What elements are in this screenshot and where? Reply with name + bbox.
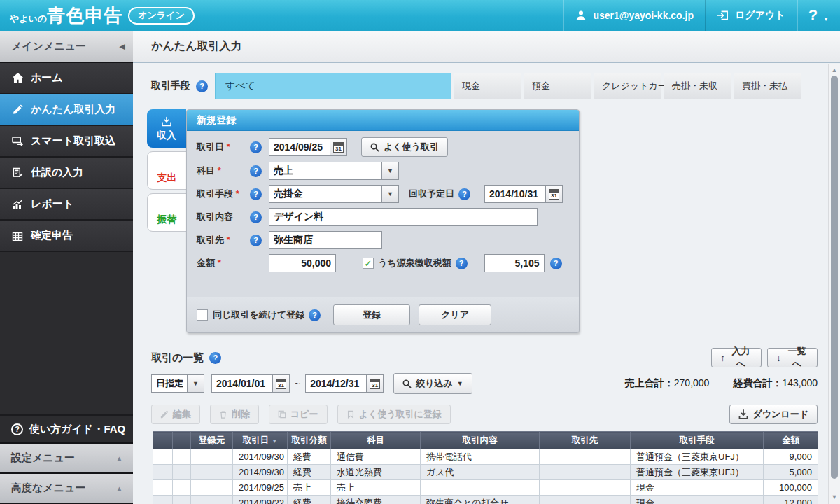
to-list-button[interactable]: ↓一覧へ <box>767 348 818 368</box>
sidebar-item-home[interactable]: ホーム <box>0 63 133 94</box>
logo-prefix: やよいの <box>10 13 47 25</box>
logout-button[interactable]: ログアウト <box>705 0 797 31</box>
delete-button[interactable]: 削除 <box>210 405 259 424</box>
calendar-icon[interactable]: 31 <box>330 138 347 156</box>
home-icon <box>11 72 24 85</box>
calendar-icon[interactable]: 31 <box>367 374 384 393</box>
entry-type-tabs: 収入 支出 振替 <box>147 109 186 333</box>
dropdown-arrow-icon[interactable]: ▼ <box>382 162 399 180</box>
page-title-bar: かんたん取引入力 <box>133 31 840 63</box>
description-input[interactable] <box>269 208 538 226</box>
pencil-icon <box>160 410 169 419</box>
account-select[interactable] <box>269 162 382 180</box>
account-row: 科目 * ? ▼ <box>197 162 569 180</box>
download-button[interactable]: ダウンロード <box>729 405 818 424</box>
method-tab-deposit[interactable]: 預金 <box>524 73 592 99</box>
col-class[interactable]: 取引分類 <box>288 432 331 449</box>
report-icon <box>11 198 24 211</box>
tab-expense[interactable]: 支出 <box>147 151 186 190</box>
table-row[interactable]: 2014/09/25売上 売上 現金 100,000 <box>153 480 818 496</box>
col-description[interactable]: 取引内容 <box>421 432 540 449</box>
sidebar-item-guide-faq[interactable]: ? 使い方ガイド・FAQ <box>0 416 133 444</box>
help-circle-icon[interactable]: ? <box>250 141 262 153</box>
sidebar-item-report[interactable]: レポート <box>0 189 133 220</box>
help-circle-icon[interactable]: ? <box>550 258 562 270</box>
method-tab-payable[interactable]: 買掛・未払 <box>734 73 802 99</box>
tab-transfer[interactable]: 振替 <box>147 193 186 232</box>
copy-button[interactable]: コピー <box>269 405 328 424</box>
vertical-scrollbar[interactable]: ▲ ▼ <box>828 64 840 504</box>
period-type-select[interactable] <box>151 374 188 393</box>
table-row[interactable]: 2014/09/22経費 接待交際費弥生商会との打合せ 現金 12,000 <box>153 496 818 504</box>
download-icon <box>738 410 748 419</box>
sidebar-item-easy-entry[interactable]: かんたん取引入力 <box>0 94 133 126</box>
withholding-checkbox[interactable] <box>363 258 374 269</box>
help-circle-icon[interactable]: ? <box>458 188 470 200</box>
calendar-icon[interactable]: 31 <box>546 185 563 203</box>
copy-icon <box>278 410 286 419</box>
col-amount[interactable]: 金額 <box>764 432 818 449</box>
import-icon <box>11 135 24 148</box>
expense-total: 経費合計：143,000 <box>733 377 818 390</box>
register-frequent-button[interactable]: よく使う取引に登録 <box>337 405 451 424</box>
help-circle-icon[interactable]: ? <box>250 165 262 177</box>
method-tab-receivable[interactable]: 売掛・未収 <box>664 73 732 99</box>
method-select[interactable] <box>269 185 382 203</box>
method-tab-credit-card[interactable]: クレジットカード <box>594 73 662 99</box>
sidebar-advanced-menu[interactable]: 高度なメニュー ▲ <box>0 474 133 504</box>
help-circle-icon[interactable]: ? <box>250 188 262 200</box>
dropdown-arrow-icon[interactable]: ▼ <box>382 185 399 203</box>
sidebar-item-journal-entry[interactable]: 仕訳の入力 <box>0 158 133 189</box>
scroll-down-icon[interactable]: ▼ <box>829 493 840 500</box>
help-circle-icon[interactable]: ? <box>456 258 468 270</box>
col-spacer <box>173 432 191 449</box>
scrollbar-thumb[interactable] <box>831 76 838 479</box>
page-title: かんたん取引入力 <box>151 39 242 54</box>
help-circle-icon[interactable]: ? <box>196 80 208 92</box>
col-date[interactable]: 取引日▼ <box>233 432 288 449</box>
submit-button[interactable]: 登録 <box>333 304 410 326</box>
sidebar-collapse-button[interactable]: ◀ <box>111 31 133 62</box>
user-icon <box>575 9 587 22</box>
filter-button[interactable]: 絞り込み ▼ <box>393 373 472 394</box>
scroll-up-icon[interactable]: ▲ <box>829 66 840 74</box>
col-subject[interactable]: 科目 <box>331 432 421 449</box>
sidebar-settings-menu[interactable]: 設定メニュー ▲ <box>0 444 133 474</box>
continue-label: 同じ取引を続けて登録 <box>213 309 304 321</box>
withholding-input[interactable] <box>484 254 545 272</box>
dropdown-arrow-icon[interactable]: ▼ <box>188 374 204 393</box>
pencil-icon <box>11 104 24 116</box>
tab-income[interactable]: 収入 <box>147 109 186 148</box>
col-source[interactable]: 登録元 <box>191 432 233 449</box>
frequent-transactions-button[interactable]: よく使う取引 <box>361 137 448 157</box>
sidebar-item-smart-import[interactable]: スマート取引取込 <box>0 126 133 158</box>
clear-button[interactable]: クリア <box>419 304 491 326</box>
help-circle-icon[interactable]: ? <box>309 309 321 321</box>
trade-date-input[interactable] <box>269 138 330 156</box>
table-row[interactable]: 2014/09/30経費 水道光熱費ガス代 普通預金（三菱東京UFJ） 5,00… <box>153 465 818 480</box>
sidebar-item-tax-return[interactable]: 確定申告 <box>0 220 133 252</box>
help-circle-icon[interactable]: ? <box>250 234 262 246</box>
method-tab-all[interactable]: すべて <box>215 73 451 99</box>
edit-button[interactable]: 編集 <box>151 405 200 424</box>
method-tab-cash[interactable]: 現金 <box>454 73 522 99</box>
col-method[interactable]: 取引手段 <box>631 432 764 449</box>
calendar-icon[interactable]: 31 <box>273 374 290 393</box>
col-client[interactable]: 取引先 <box>540 432 631 449</box>
date-from-input[interactable] <box>211 374 273 393</box>
help-circle-icon[interactable]: ? <box>209 352 221 364</box>
amount-input[interactable] <box>269 254 336 272</box>
method-filter-label: 取引手段 <box>151 80 190 92</box>
bookmark-icon <box>346 410 355 419</box>
collect-date-input[interactable] <box>484 185 546 203</box>
date-to-input[interactable] <box>305 374 367 393</box>
transaction-table: 登録元 取引日▼ 取引分類 科目 取引内容 取引先 取引手段 金額 2014/0… <box>153 431 818 504</box>
chevron-down-icon: ▼ <box>823 16 829 22</box>
help-menu-button[interactable]: ? ▼ <box>797 0 840 31</box>
continue-checkbox[interactable] <box>197 309 208 321</box>
help-circle-icon[interactable]: ? <box>250 211 262 223</box>
amount-row: 金額 * うち源泉徴収税額 ? ? <box>197 254 569 272</box>
to-input-button[interactable]: ↑入力へ <box>711 348 762 368</box>
client-input[interactable] <box>269 231 382 249</box>
table-row[interactable]: 2014/09/30経費 通信費携帯電話代 普通預金（三菱東京UFJ） 9,00… <box>153 449 818 465</box>
